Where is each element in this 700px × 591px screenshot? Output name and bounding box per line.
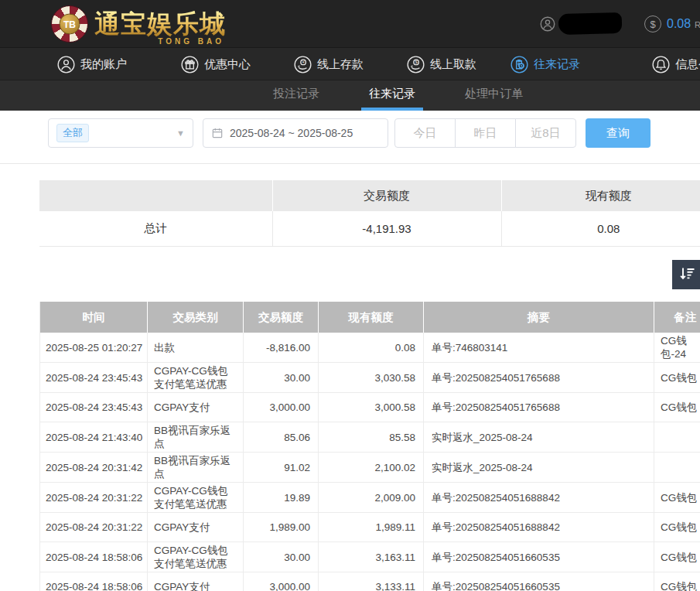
nav-item-promotions[interactable]: 优惠中心 bbox=[181, 48, 251, 80]
col-header-time: 时间 bbox=[40, 302, 148, 333]
type-select[interactable]: 全部 ▼ bbox=[48, 118, 193, 148]
tab-pending-orders[interactable]: 处理中订单 bbox=[457, 80, 531, 111]
sort-descending-button[interactable] bbox=[672, 260, 700, 289]
cell-balance: 85.58 bbox=[319, 422, 424, 453]
summary-header-blank bbox=[39, 180, 272, 211]
summary-total-label: 总计 bbox=[39, 211, 272, 246]
table-row: 2025-08-24 23:45:43 CGPAY-CG钱包支付笔笔送优惠 30… bbox=[40, 363, 700, 393]
table-row: 2025-08-25 01:20:27 出款 -8,816.00 0.08 单号… bbox=[40, 333, 700, 363]
table-row: 2025-08-24 20:31:42 BB视讯百家乐返点 91.02 2,10… bbox=[40, 453, 700, 483]
cell-summary: 单号:202508254051688842 bbox=[424, 513, 654, 542]
user-icon[interactable] bbox=[540, 16, 555, 32]
sub-tab-strip: 投注记录 往来记录 处理中订单 bbox=[0, 80, 700, 111]
cell-type: 出款 bbox=[148, 333, 244, 363]
summary-total-row: 总计 -4,191.93 0.08 bbox=[39, 211, 700, 246]
cell-time: 2025-08-25 01:20:27 bbox=[40, 333, 148, 363]
cell-summary: 单号:202508254051660535 bbox=[424, 572, 654, 591]
cell-amount: 85.06 bbox=[244, 422, 319, 453]
site-logo[interactable]: TB 通宝娱乐城 TONG BAO bbox=[51, 5, 226, 43]
nav-label: 线上取款 bbox=[430, 57, 476, 72]
tab-group: 投注记录 往来记录 处理中订单 bbox=[265, 80, 531, 111]
cell-summary: 实时返水_2025-08-24 bbox=[424, 453, 654, 483]
nav-label: 信息公告 bbox=[675, 57, 700, 72]
selected-type-tag: 全部 bbox=[56, 124, 89, 142]
tab-transaction-records[interactable]: 往来记录 bbox=[361, 80, 423, 111]
cell-remark: CG钱包 bbox=[654, 363, 700, 393]
poker-chip-icon: TB bbox=[51, 5, 88, 43]
table-row: 2025-08-24 20:31:22 CGPAY支付 1,989.00 1,9… bbox=[40, 513, 700, 542]
cell-remark: CG钱包 bbox=[654, 393, 700, 422]
cell-time: 2025-08-24 20:31:42 bbox=[40, 453, 148, 483]
table-header-row: 时间 交易类别 交易额度 现有额度 摘要 备注 bbox=[40, 302, 700, 333]
calendar-icon bbox=[211, 127, 224, 139]
cell-type: BB视讯百家乐返点 bbox=[148, 422, 244, 453]
nav-item-my-account[interactable]: 我的账户 bbox=[57, 48, 127, 80]
cell-amount: 3,000.00 bbox=[244, 572, 319, 591]
cell-balance: 3,163.11 bbox=[319, 542, 424, 572]
cell-balance: 1,989.11 bbox=[319, 513, 424, 542]
table-row: 2025-08-24 18:58:06 CGPAY支付 3,000.00 3,1… bbox=[40, 572, 700, 591]
col-header-balance: 现有额度 bbox=[319, 302, 424, 333]
cell-amount: 19.89 bbox=[244, 483, 319, 513]
cell-summary: 单号:202508254051688842 bbox=[424, 483, 654, 513]
withdraw-hand-coin-icon: $ bbox=[407, 56, 425, 73]
nav-label: 我的账户 bbox=[80, 57, 127, 72]
nav-item-withdraw[interactable]: $ 线上取款 bbox=[407, 48, 476, 80]
cell-summary: 单号:202508254051765688 bbox=[424, 363, 654, 393]
cell-remark: CG钱包-24 bbox=[654, 333, 700, 363]
today-button[interactable]: 今日 bbox=[394, 118, 456, 148]
cell-amount: 30.00 bbox=[244, 363, 319, 393]
cell-type: BB视讯百家乐返点 bbox=[148, 453, 244, 483]
cell-balance: 3,133.11 bbox=[319, 572, 424, 591]
user-icon bbox=[57, 56, 75, 73]
cell-remark: CG钱包 bbox=[654, 572, 700, 591]
cell-balance: 2,009.00 bbox=[319, 483, 424, 513]
date-range-input[interactable]: 2025-08-24 ~ 2025-08-25 bbox=[203, 118, 388, 148]
cell-remark bbox=[654, 453, 700, 483]
site-title: 通宝娱乐城 bbox=[94, 11, 226, 37]
query-button[interactable]: 查询 bbox=[586, 118, 650, 148]
summary-total-balance: 0.08 bbox=[501, 211, 700, 246]
cell-summary: 单号:202508254051765688 bbox=[424, 393, 654, 422]
cell-type: CGPAY支付 bbox=[148, 513, 244, 542]
cell-balance: 3,030.58 bbox=[319, 363, 424, 393]
nav-item-records[interactable]: 往来记录 bbox=[510, 48, 580, 80]
cell-type: CGPAY支付 bbox=[148, 393, 244, 422]
nav-item-deposit[interactable]: ¥ 线上存款 bbox=[294, 48, 364, 80]
table-row: 2025-08-24 21:43:40 BB视讯百家乐返点 85.06 85.5… bbox=[40, 422, 700, 453]
gift-icon bbox=[181, 56, 199, 73]
redacted-username bbox=[558, 12, 623, 35]
cell-time: 2025-08-24 20:31:22 bbox=[40, 513, 148, 542]
cell-remark: CG钱包 bbox=[654, 542, 700, 572]
cell-time: 2025-08-24 23:45:43 bbox=[40, 363, 148, 393]
section-divider bbox=[0, 163, 700, 164]
quick-date-buttons: 今日 昨日 近8日 bbox=[394, 118, 576, 148]
nav-label: 线上存款 bbox=[317, 57, 364, 72]
summary-header-current-balance: 现有额度 bbox=[501, 180, 700, 211]
table-row: 2025-08-24 23:45:43 CGPAY支付 3,000.00 3,0… bbox=[40, 393, 700, 422]
transaction-records-page: { "topbar": { "logo": { "chip_text": "TB… bbox=[0, 0, 700, 591]
cell-amount: 30.00 bbox=[244, 542, 319, 572]
cell-time: 2025-08-24 18:58:06 bbox=[40, 572, 148, 591]
cell-type: CGPAY-CG钱包支付笔笔送优惠 bbox=[148, 363, 244, 393]
cell-type: CGPAY-CG钱包支付笔笔送优惠 bbox=[148, 542, 244, 572]
summary-total-amount: -4,191.93 bbox=[272, 211, 501, 246]
records-clipboard-icon bbox=[510, 56, 528, 73]
yesterday-button[interactable]: 昨日 bbox=[455, 118, 516, 148]
cell-amount: 3,000.00 bbox=[244, 393, 319, 422]
chip-monogram: TB bbox=[60, 14, 80, 35]
summary-table: 交易额度 现有额度 总计 -4,191.93 0.08 bbox=[39, 180, 700, 247]
summary-header-row: 交易额度 现有额度 bbox=[39, 180, 700, 211]
tab-bet-records[interactable]: 投注记录 bbox=[265, 80, 327, 111]
logo-text: 通宝娱乐城 TONG BAO bbox=[94, 11, 226, 37]
nav-item-announcements[interactable]: 信息公告 bbox=[652, 48, 700, 80]
col-header-remark: 备注 bbox=[654, 302, 700, 333]
col-header-summary: 摘要 bbox=[424, 302, 654, 333]
cell-remark: CG钱包 bbox=[654, 513, 700, 542]
last-8-days-button[interactable]: 近8日 bbox=[515, 118, 576, 148]
balance-amount: 0.08 bbox=[667, 17, 691, 31]
topbar: TB 通宝娱乐城 TONG BAO $ 0.08 RMB bbox=[0, 0, 700, 48]
cell-balance: 0.08 bbox=[319, 333, 424, 363]
chevron-down-icon: ▼ bbox=[176, 128, 185, 138]
cell-type: CGPAY-CG钱包支付笔笔送优惠 bbox=[148, 483, 244, 513]
